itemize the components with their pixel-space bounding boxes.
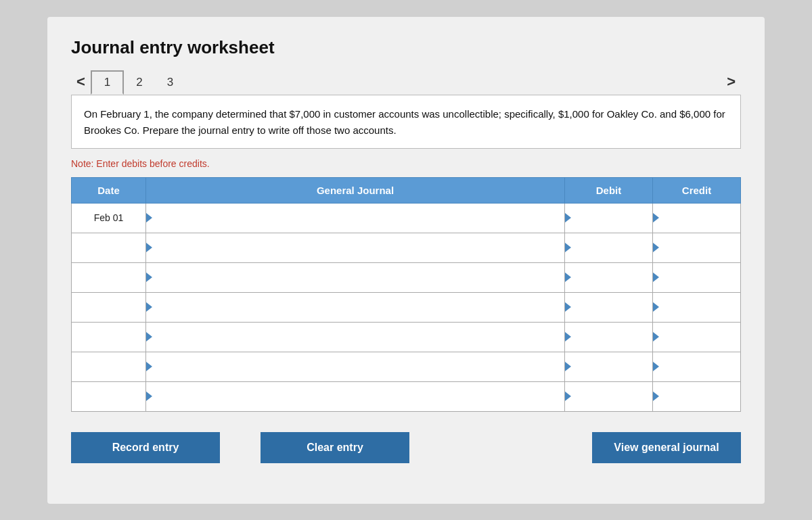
- debit-input-6[interactable]: [565, 382, 652, 411]
- gj-input-0[interactable]: [146, 204, 564, 233]
- journal-table: Date General Journal Debit Credit Feb 01: [71, 177, 741, 412]
- debit-input-4[interactable]: [565, 323, 652, 352]
- gj-cell-0[interactable]: [146, 203, 565, 233]
- debit-input-5[interactable]: [565, 352, 652, 381]
- gj-cell-1[interactable]: [146, 233, 565, 262]
- note-text: Note: Enter debits before credits.: [71, 158, 741, 169]
- date-cell-5: [72, 352, 146, 381]
- debit-cell-6[interactable]: [565, 381, 653, 411]
- debit-cell-0[interactable]: [565, 203, 653, 233]
- page-title: Journal entry worksheet: [71, 37, 741, 58]
- debit-input-1[interactable]: [565, 233, 652, 262]
- gj-input-4[interactable]: [146, 323, 564, 352]
- description-text: On February 1, the company determined th…: [84, 108, 725, 136]
- debit-cell-5[interactable]: [565, 352, 653, 381]
- col-header-gj: General Journal: [146, 177, 565, 203]
- date-cell-3: [72, 292, 146, 322]
- table-row: [72, 292, 741, 322]
- credit-input-6[interactable]: [653, 382, 740, 411]
- tab-2[interactable]: 2: [124, 72, 154, 93]
- buttons-row: Record entry Clear entry View general jo…: [71, 432, 741, 463]
- tab-3[interactable]: 3: [155, 72, 185, 93]
- debit-cell-1[interactable]: [565, 233, 653, 262]
- table-row: [72, 262, 741, 292]
- next-button[interactable]: >: [721, 70, 741, 93]
- worksheet-container: Journal entry worksheet < 1 2 3 > On Feb…: [47, 17, 765, 504]
- date-cell-4: [72, 322, 146, 352]
- record-entry-button[interactable]: Record entry: [71, 432, 220, 463]
- credit-cell-0[interactable]: [653, 203, 741, 233]
- debit-cell-2[interactable]: [565, 262, 653, 292]
- gj-input-6[interactable]: [146, 382, 564, 411]
- view-journal-button[interactable]: View general journal: [592, 432, 741, 463]
- credit-cell-6[interactable]: [653, 381, 741, 411]
- date-cell-6: [72, 381, 146, 411]
- credit-cell-4[interactable]: [653, 322, 741, 352]
- credit-cell-2[interactable]: [653, 262, 741, 292]
- gj-cell-4[interactable]: [146, 322, 565, 352]
- debit-cell-4[interactable]: [565, 322, 653, 352]
- credit-input-3[interactable]: [653, 293, 740, 322]
- table-row: [72, 233, 741, 262]
- description-box: On February 1, the company determined th…: [71, 95, 741, 149]
- gj-input-1[interactable]: [146, 233, 564, 262]
- gj-cell-2[interactable]: [146, 262, 565, 292]
- debit-input-0[interactable]: [565, 204, 652, 233]
- credit-cell-3[interactable]: [653, 292, 741, 322]
- col-header-date: Date: [72, 177, 146, 203]
- debit-cell-3[interactable]: [565, 292, 653, 322]
- date-cell-1: [72, 233, 146, 262]
- table-row: [72, 352, 741, 381]
- debit-input-2[interactable]: [565, 263, 652, 292]
- gj-input-5[interactable]: [146, 352, 564, 381]
- tab-1[interactable]: 1: [91, 70, 124, 95]
- credit-input-2[interactable]: [653, 263, 740, 292]
- col-header-credit: Credit: [653, 177, 741, 203]
- gj-cell-3[interactable]: [146, 292, 565, 322]
- credit-input-0[interactable]: [653, 204, 740, 233]
- table-row: [72, 322, 741, 352]
- credit-input-5[interactable]: [653, 352, 740, 381]
- gj-cell-6[interactable]: [146, 381, 565, 411]
- credit-input-4[interactable]: [653, 323, 740, 352]
- gj-cell-5[interactable]: [146, 352, 565, 381]
- date-cell-0: Feb 01: [72, 203, 146, 233]
- clear-entry-button[interactable]: Clear entry: [261, 432, 409, 463]
- table-row: Feb 01: [72, 203, 741, 233]
- date-cell-2: [72, 262, 146, 292]
- credit-cell-5[interactable]: [653, 352, 741, 381]
- credit-cell-1[interactable]: [653, 233, 741, 262]
- debit-input-3[interactable]: [565, 293, 652, 322]
- prev-button[interactable]: <: [71, 70, 91, 93]
- gj-input-2[interactable]: [146, 263, 564, 292]
- table-row: [72, 381, 741, 411]
- gj-input-3[interactable]: [146, 293, 564, 322]
- credit-input-1[interactable]: [653, 233, 740, 262]
- col-header-debit: Debit: [565, 177, 653, 203]
- tabs-row: < 1 2 3 >: [71, 70, 741, 93]
